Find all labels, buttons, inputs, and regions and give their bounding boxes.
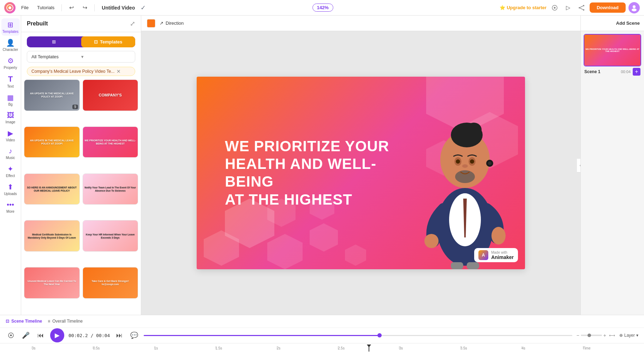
character-illustration [405,86,525,269]
skip-forward-button[interactable]: ⏭ [114,330,125,341]
sidebar-item-character[interactable]: 👤 Character [1,36,20,54]
scene-timeline-label: Scene Timeline [11,319,42,324]
bg-icon: ▦ [7,93,14,102]
layer-icon: ⊕ [619,333,623,338]
star-icon: ⭐ [500,5,505,10]
tab-grid[interactable]: ⊞ [27,36,81,47]
text-label: Text [7,84,13,88]
direction-label: Direction [166,20,184,26]
sidebar-item-property[interactable]: ⚙ Property [1,54,20,72]
sidebar-item-uploads[interactable]: ⬆ Uploads [1,181,20,198]
zoom-handle[interactable] [588,334,591,337]
sidebar-item-more[interactable]: ••• More [1,199,20,216]
scene-thumb-1[interactable]: WE PRIORITIZE YOUR HEALTH AND WELL-BEING… [584,34,641,66]
tutorials-menu[interactable]: Tutorials [34,4,57,12]
sidebar-item-image[interactable]: 🖼 Image [1,109,20,126]
app-logo [4,2,16,13]
redo-button[interactable]: ↪ [79,2,90,13]
search-tag-close[interactable]: ✕ [117,69,121,74]
zoom-control[interactable]: 142% [312,4,333,12]
sidebar-item-bg[interactable]: ▦ Bg [1,91,20,108]
user-avatar[interactable] [628,2,640,13]
templates-label: Templates [2,30,19,34]
canvas-wrapper: WE PRIORITIZE YOUR HEALTH AND WELL-BEING… [141,31,580,315]
add-scene-button[interactable]: + [633,68,640,76]
upgrade-button[interactable]: ⭐ Upgrade to starter [500,5,547,10]
svg-point-31 [10,335,12,336]
zoom-out-button[interactable]: − [577,333,579,338]
captions-button[interactable]: 💬 [129,330,139,341]
property-label: Property [4,66,17,70]
ruler-mark-time: Time [583,346,644,350]
template-dropdown[interactable]: All Templates ▾ [27,51,135,63]
expand-icon[interactable]: ⤢ [130,20,135,28]
undo-button[interactable]: ↩ [66,2,77,13]
sidebar-item-video[interactable]: ▶ Video [1,127,20,144]
zoom-slider[interactable] [581,335,602,336]
tab-overall-timeline[interactable]: ≡ Overall Timeline [48,319,83,324]
download-button[interactable]: Download [590,2,626,13]
template-thumb-4[interactable]: WE PRIORITIZE YOUR HEALTH AND WELL-BEING… [83,127,138,158]
timeline-ruler [144,328,572,343]
add-scene-bar: Add Scene [581,16,644,31]
sidebar-item-text[interactable]: T Text [1,72,20,90]
template-thumb-5[interactable]: SO HERE IS AN ANNOUNCEMENT ABOUT OUR MED… [24,173,80,205]
template-thumb-8[interactable]: Keep Your HR Informed When Your Leave Ex… [83,220,138,252]
ruler-mark-1-5s: 1.5s [215,346,276,350]
svg-point-1 [8,6,11,9]
zoom-in-button[interactable]: + [603,333,606,338]
play-preview-button[interactable]: ▷ [563,2,573,13]
sidebar-item-effect[interactable]: ✦ Effect [1,163,20,180]
ruler-mark-3s: 3s [399,346,460,350]
template-thumb-7[interactable]: Medical Certificate Submission Is Mandat… [24,220,80,252]
template-thumb-1[interactable]: AN UPDATE IN THE MEDICAL LEAVE POLICY AT… [24,80,80,111]
template-thumb-2[interactable]: COMPANY'S [83,80,138,111]
playhead-needle[interactable] [369,345,369,352]
divider-1 [61,4,62,11]
scene-color-picker[interactable] [147,19,155,28]
image-icon: 🖼 [7,111,14,119]
canvas-text-line2: HEALTH AND WELL-BEING [225,155,416,191]
settings-button[interactable] [549,2,560,13]
text-icon: T [8,75,13,84]
overall-timeline-label: Overall Timeline [52,319,83,324]
svg-point-16 [466,123,482,137]
svg-point-20 [470,159,474,164]
animaker-logo: A [478,250,488,260]
svg-line-8 [580,8,583,10]
search-tag-text: Company's Medical Leave Policy Video Te.… [31,69,114,74]
template-thumb-9[interactable]: Unused Medical Leave Can Be Carried To T… [24,267,80,299]
resize-icon: ⟷ [609,333,615,338]
search-tag[interactable]: Company's Medical Leave Policy Video Te.… [27,67,135,76]
mic-button[interactable]: 🎤 [20,330,31,341]
template-thumb-3[interactable]: AN UPDATE IN THE MEDICAL LEAVE POLICY AT… [24,127,80,158]
file-menu[interactable]: File [18,4,31,12]
panel-header: Prebuilt ⤢ [21,16,141,32]
play-button[interactable]: ▶ [50,328,64,342]
grid-icon: ⊞ [52,39,56,45]
template-grid: AN UPDATE IN THE MEDICAL LEAVE POLICY AT… [21,80,141,315]
timeline-track[interactable] [144,335,572,336]
animaker-badge: A Made with Animaker [474,248,518,262]
settings-control-btn[interactable] [6,330,16,341]
sidebar-item-templates[interactable]: ⊞ Templates [1,18,20,36]
tab-templates[interactable]: ⊡ Templates [81,36,136,47]
total-time: 00:04 [96,333,110,338]
panel-collapse-arrow[interactable]: ‹ [577,158,580,172]
template-thumb-10[interactable]: Take Care & Get Back Stronger! hr@zoopi.… [83,267,138,299]
add-scene-label: Add Scene [616,20,640,26]
divider-2 [94,4,95,11]
templates-icon: ⊞ [7,20,13,29]
timeline-controls: 🎤 ⏮ ▶ 00:02.2 / 00:04 ⏭ 💬 − + ⟷ ⊕ Layer [0,328,644,343]
tab-scene-timeline[interactable]: ⊡ Scene Timeline [6,319,42,324]
hex-9 [310,223,338,252]
share-button[interactable] [576,2,587,13]
timeline-needle[interactable] [377,333,382,337]
sidebar-item-music[interactable]: ♪ Music [1,145,20,162]
skip-back-button[interactable]: ⏮ [35,330,46,341]
icon-sidebar: ⊞ Templates 👤 Character ⚙ Property T Tex… [0,16,21,315]
canvas-text-line3: AT THE HIGHEST [225,191,416,208]
direction-control[interactable]: ↗ Direction [160,20,184,26]
template-thumb-6[interactable]: Notify Your Team Lead In The Event Of Yo… [83,173,138,205]
layer-button[interactable]: ⊕ Layer ▾ [619,333,638,338]
